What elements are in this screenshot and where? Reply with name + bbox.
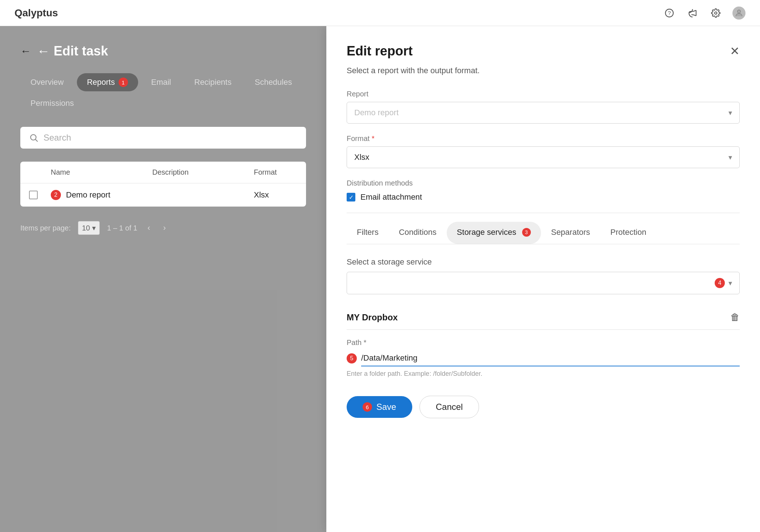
panel-subtitle: Select a report with the output format.	[347, 66, 740, 75]
nav-icons: ?	[663, 7, 745, 20]
distribution-methods: Distribution methods Email attachment	[347, 179, 740, 202]
path-label: Path *	[347, 338, 740, 347]
format-field: Format Xlsx ▾	[347, 134, 740, 168]
delete-storage-icon[interactable]: 🗑	[730, 312, 740, 323]
panel-title: Edit report	[347, 43, 413, 59]
path-hint: Enter a folder path. Example: /folder/Su…	[347, 370, 740, 378]
app-brand: Qalyptus	[15, 7, 58, 19]
user-avatar[interactable]	[732, 7, 745, 20]
path-input[interactable]	[361, 350, 740, 366]
page-title: ← Edit task	[37, 43, 108, 59]
email-attachment-checkbox[interactable]	[347, 193, 355, 201]
tab-email[interactable]: Email	[141, 73, 181, 91]
tab-storage-badge: 3	[522, 228, 531, 237]
tab-overview[interactable]: Overview	[20, 73, 74, 91]
per-page-select[interactable]: 10 ▾	[78, 221, 100, 235]
back-button[interactable]: ←	[20, 45, 31, 57]
format-value: Xlsx	[354, 153, 369, 162]
page-info: 1 – 1 of 1	[107, 224, 137, 232]
col-description: Description	[152, 168, 254, 176]
tab-reports[interactable]: Reports 1	[77, 73, 138, 91]
email-attachment-label: Email attachment	[360, 192, 422, 202]
row-badge: 2	[51, 190, 61, 200]
report-label: Report	[347, 90, 740, 98]
svg-line-6	[36, 140, 38, 142]
path-field: Path * 5 Enter a folder path. Example: /…	[347, 338, 740, 378]
format-label: Format	[347, 134, 740, 143]
col-checkbox	[29, 168, 51, 176]
storage-badge-4: 4	[715, 278, 725, 288]
tab-storage-services[interactable]: Storage services 3	[447, 222, 541, 244]
storage-select-label: Select a storage service	[347, 257, 740, 267]
panel-header: Edit report ✕	[347, 43, 740, 59]
tab-storage-label: Storage services	[457, 228, 516, 237]
reports-table: Name Description Format 2 Demo report Xl…	[20, 162, 306, 207]
storage-item: MY Dropbox 🗑	[347, 305, 740, 330]
table-header: Name Description Format	[20, 162, 306, 183]
save-button[interactable]: 6 Save	[347, 396, 412, 418]
items-per-page-label: Items per page:	[20, 224, 71, 232]
col-format: Format	[254, 168, 297, 176]
row-checkbox[interactable]	[29, 191, 51, 199]
svg-point-3	[715, 12, 717, 14]
storage-select[interactable]: 4 ▾	[347, 272, 740, 294]
table-row: 2 Demo report Xlsx	[20, 183, 306, 207]
tab-conditions[interactable]: Conditions	[389, 222, 447, 244]
tab-reports-badge: 1	[119, 78, 128, 87]
help-icon[interactable]: ?	[663, 7, 676, 20]
save-label: Save	[376, 402, 396, 412]
settings-icon[interactable]	[709, 7, 722, 20]
row-name: 2 Demo report	[51, 190, 152, 200]
tab-recipients[interactable]: Recipients	[184, 73, 242, 91]
svg-point-5	[30, 134, 36, 140]
report-placeholder: Demo report	[354, 108, 398, 117]
tab-bar: Overview Reports 1 Email Recipients Sche…	[20, 73, 306, 112]
divider	[347, 213, 740, 213]
tab-protection[interactable]: Protection	[600, 222, 656, 244]
svg-point-4	[738, 10, 741, 13]
pagination: Items per page: 10 ▾ 1 – 1 of 1 ‹ ›	[20, 214, 306, 242]
panel-footer: 6 Save Cancel	[347, 396, 740, 418]
email-attachment-row: Email attachment	[347, 192, 740, 202]
search-bar[interactable]: Search	[20, 127, 306, 149]
storage-item-name: MY Dropbox	[347, 312, 398, 323]
per-page-arrow: ▾	[92, 224, 96, 232]
report-select-arrow: ▾	[728, 108, 732, 117]
top-navigation: Qalyptus ?	[0, 0, 760, 26]
edit-report-panel: Edit report ✕ Select a report with the o…	[326, 26, 760, 532]
search-placeholder: Search	[44, 133, 71, 143]
filter-tab-bar: Filters Conditions Storage services 3 Se…	[347, 222, 740, 244]
save-badge-6: 6	[363, 402, 372, 412]
storage-select-field: Select a storage service 4 ▾	[347, 257, 740, 294]
report-field: Report Demo report ▾	[347, 90, 740, 124]
report-select[interactable]: Demo report ▾	[347, 102, 740, 124]
tab-separators[interactable]: Separators	[541, 222, 600, 244]
per-page-value: 10	[82, 224, 90, 232]
edit-task-header: ← ← Edit task	[20, 43, 306, 59]
tab-filters[interactable]: Filters	[347, 222, 389, 244]
row-format: Xlsx	[254, 190, 297, 200]
cancel-button[interactable]: Cancel	[420, 396, 479, 418]
col-name: Name	[51, 168, 152, 176]
tab-schedules[interactable]: Schedules	[244, 73, 302, 91]
next-page-button[interactable]: ›	[160, 222, 169, 234]
tab-reports-label: Reports	[87, 78, 115, 87]
distribution-label: Distribution methods	[347, 179, 740, 187]
svg-text:?: ?	[668, 10, 671, 16]
storage-select-arrow: ▾	[728, 279, 732, 287]
format-select[interactable]: Xlsx ▾	[347, 146, 740, 168]
prev-page-button[interactable]: ‹	[145, 222, 153, 234]
path-badge-5: 5	[347, 353, 357, 363]
close-button[interactable]: ✕	[730, 44, 740, 58]
format-select-arrow: ▾	[728, 153, 732, 162]
search-icon	[29, 133, 38, 142]
left-panel: ← ← Edit task Overview Reports 1 Email R…	[0, 26, 326, 532]
megaphone-icon[interactable]	[686, 7, 699, 20]
tab-permissions[interactable]: Permissions	[20, 94, 84, 112]
path-input-row: 5	[347, 350, 740, 366]
